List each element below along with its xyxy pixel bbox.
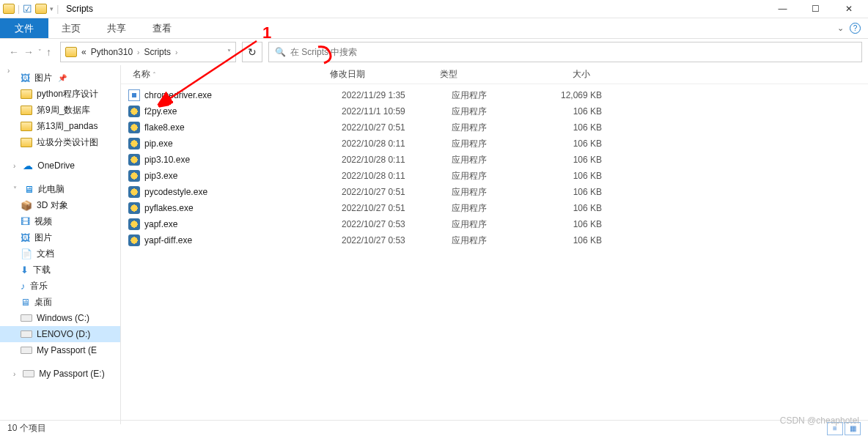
sidebar-item-3d[interactable]: 📦3D 对象	[0, 197, 120, 213]
chevron-right-icon[interactable]: ›	[7, 67, 10, 75]
search-box[interactable]: 🔍	[268, 42, 862, 62]
sidebar-item-label: 垃圾分类设计图	[37, 136, 98, 149]
file-size: 106 KB	[536, 235, 602, 245]
column-size[interactable]: 大小	[524, 68, 590, 81]
table-row[interactable]: pip.exe2022/10/28 0:11应用程序106 KB	[121, 136, 868, 152]
folder-icon	[21, 138, 32, 147]
sidebar-item-video[interactable]: 🎞视频	[0, 213, 120, 229]
music-icon: ♪	[21, 281, 26, 292]
file-type: 应用程序	[452, 138, 536, 150]
table-row[interactable]: flake8.exe2022/10/27 0:51应用程序106 KB	[121, 119, 868, 136]
table-row[interactable]: f2py.exe2022/11/1 10:59应用程序106 KB	[121, 103, 868, 119]
forward-button[interactable]: →	[23, 46, 34, 58]
table-row[interactable]: pip3.10.exe2022/10/28 0:11应用程序106 KB	[121, 152, 868, 168]
download-icon: ⬇	[21, 265, 29, 276]
checkmark-icon[interactable]: ☑	[23, 3, 32, 15]
column-date[interactable]: 修改日期	[330, 68, 440, 81]
recent-dropdown-icon[interactable]: ˅	[38, 48, 42, 56]
breadcrumb-parent[interactable]: Python310	[91, 47, 133, 57]
pictures-icon: 🖼	[21, 73, 30, 84]
file-list: 名称ˆ 修改日期 类型 大小 chromedriver.exe2022/11/2…	[121, 65, 868, 424]
file-size: 106 KB	[536, 122, 602, 133]
close-button[interactable]: ✕	[832, 0, 865, 18]
sidebar-item-drive-c[interactable]: Windows (C:)	[0, 310, 120, 326]
file-size: 106 KB	[536, 138, 602, 149]
sidebar-item-drive-e[interactable]: My Passport (E	[0, 342, 120, 358]
file-date: 2022/10/28 0:11	[342, 171, 452, 181]
folder-icon	[21, 122, 32, 131]
qat-dropdown-icon[interactable]: ▾	[50, 5, 54, 12]
folder-icon[interactable]	[35, 4, 47, 14]
address-row: ← → ˅ ↑ « Python310 › Scripts › ˅ ↻ 🔍	[0, 39, 868, 65]
sidebar-item-music[interactable]: ♪音乐	[0, 278, 120, 294]
chevron-right-icon[interactable]: ›	[13, 370, 15, 378]
minimize-button[interactable]: —	[766, 0, 799, 18]
file-type: 应用程序	[452, 154, 536, 166]
sidebar-item-desktop[interactable]: 🖥桌面	[0, 294, 120, 310]
tab-view[interactable]: 查看	[139, 18, 185, 38]
up-button[interactable]: ↑	[46, 46, 51, 58]
sidebar-item-pictures[interactable]: 🖼图片📌	[0, 70, 120, 86]
file-icon	[128, 202, 140, 214]
sidebar-item-label: 3D 对象	[37, 199, 68, 212]
sidebar-item-onedrive[interactable]: ›☁OneDrive	[0, 158, 120, 174]
file-type: 应用程序	[452, 218, 536, 231]
search-input[interactable]	[290, 47, 856, 57]
file-name: yapf-diff.exe	[144, 235, 342, 245]
tab-home[interactable]: 主页	[48, 18, 94, 38]
sidebar-item-folder[interactable]: 第13周_pandas	[0, 118, 120, 134]
column-name[interactable]: 名称ˆ	[128, 68, 330, 81]
table-row[interactable]: pycodestyle.exe2022/10/27 0:51应用程序106 KB	[121, 184, 868, 200]
sidebar-item-folder[interactable]: 第9周_数据库	[0, 102, 120, 118]
maximize-button[interactable]: ☐	[799, 0, 832, 18]
thumbnails-view-button[interactable]: ▦	[845, 422, 861, 435]
file-icon	[128, 218, 140, 230]
sidebar-item-folder[interactable]: 垃圾分类设计图	[0, 134, 120, 150]
file-size: 12,069 KB	[536, 90, 602, 100]
refresh-button[interactable]: ↻	[242, 42, 262, 62]
file-date: 2022/10/27 0:53	[342, 235, 452, 245]
pin-icon: 📌	[58, 74, 67, 82]
sidebar-item-docs[interactable]: 📄文档	[0, 245, 120, 262]
table-row[interactable]: yapf-diff.exe2022/10/27 0:53应用程序106 KB	[121, 232, 868, 248]
folder-icon[interactable]	[3, 4, 15, 14]
file-icon	[128, 154, 140, 166]
address-dropdown-icon[interactable]: ˅	[227, 48, 231, 56]
sidebar-item-drive-e2[interactable]: ›My Passport (E:)	[0, 366, 120, 382]
chevron-right-icon[interactable]: ›	[175, 48, 177, 56]
sidebar-item-thispc[interactable]: ˅🖥此电脑	[0, 181, 120, 197]
details-view-button[interactable]: ≡	[827, 422, 843, 435]
file-icon	[128, 186, 140, 198]
address-bar[interactable]: « Python310 › Scripts › ˅	[60, 42, 236, 62]
sidebar-item-label: My Passport (E	[37, 345, 97, 355]
file-icon	[128, 89, 140, 101]
ribbon-collapse-icon[interactable]: ⌄	[837, 23, 844, 33]
chevron-right-icon[interactable]: ›	[137, 48, 139, 56]
qat-divider: |	[18, 4, 20, 14]
breadcrumb-current[interactable]: Scripts	[144, 47, 171, 57]
tab-share[interactable]: 共享	[94, 18, 139, 38]
sidebar-item-downloads[interactable]: ⬇下载	[0, 262, 120, 278]
chevron-right-icon[interactable]: ›	[13, 162, 15, 170]
table-row[interactable]: chromedriver.exe2022/11/29 1:35应用程序12,06…	[121, 87, 868, 103]
column-type[interactable]: 类型	[440, 68, 524, 81]
sidebar-item-folder[interactable]: python程序设计	[0, 86, 120, 102]
chevron-down-icon[interactable]: ˅	[13, 185, 17, 193]
tab-file[interactable]: 文件	[0, 18, 48, 38]
file-name: pyflakes.exe	[144, 203, 342, 213]
file-name: yapf.exe	[144, 219, 342, 229]
sidebar-item-label: OneDrive	[37, 160, 75, 171]
table-row[interactable]: pip3.exe2022/10/28 0:11应用程序106 KB	[121, 168, 868, 184]
file-type: 应用程序	[452, 202, 536, 215]
sidebar-item-label: 图片	[34, 72, 52, 84]
table-row[interactable]: pyflakes.exe2022/10/27 0:51应用程序106 KB	[121, 200, 868, 216]
sidebar-item-drive-d[interactable]: LENOVO (D:)	[0, 326, 120, 342]
quick-access-toolbar: | ☑ ▾ |	[3, 3, 59, 15]
sidebar-item-pictures[interactable]: 🖼图片	[0, 229, 120, 245]
statusbar: 10 个项目 ≡ ▦	[0, 420, 868, 436]
disk-icon	[21, 347, 32, 354]
help-icon[interactable]: ?	[850, 23, 861, 34]
file-icon	[128, 106, 140, 117]
table-row[interactable]: yapf.exe2022/10/27 0:53应用程序106 KB	[121, 216, 868, 232]
back-button[interactable]: ←	[9, 46, 19, 58]
